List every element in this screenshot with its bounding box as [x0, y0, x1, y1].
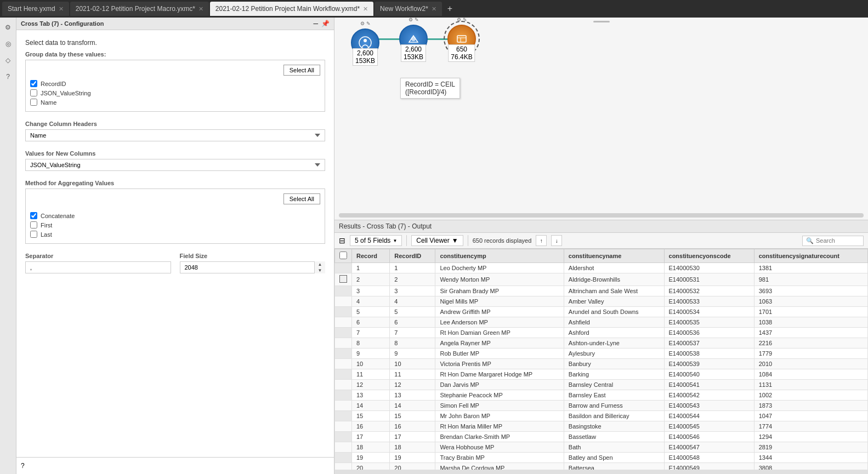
- group-field-2-checkbox[interactable]: [30, 99, 37, 106]
- sidebar-help-icon[interactable]: ?: [3, 71, 14, 82]
- pin-icon[interactable]: 📌: [321, 20, 330, 27]
- group-field-1-label[interactable]: JSON_ValueString: [41, 90, 91, 96]
- cell-data: E14000549: [664, 463, 754, 470]
- bottom-scrollbar[interactable]: [334, 470, 868, 474]
- sidebar-search-icon[interactable]: ◎: [3, 38, 14, 49]
- separator-input[interactable]: [25, 261, 171, 273]
- method-field-2-label[interactable]: Last: [41, 231, 52, 238]
- nav-up-button[interactable]: ↑: [536, 235, 547, 246]
- tab-add-button[interactable]: +: [443, 2, 457, 16]
- search-box: 🔍: [802, 236, 864, 246]
- tab-start-here[interactable]: Start Here.yxmd ✕: [2, 2, 69, 16]
- nav-down-button[interactable]: ↓: [551, 235, 562, 246]
- table-row: 22Wendy Morton MPAldridge-BrownhillsE140…: [335, 273, 868, 286]
- cell-data: Sir Graham Brady MP: [435, 286, 564, 296]
- cell-data: 18: [390, 442, 435, 453]
- table-row: 1919Tracy Brabin MPBatley and SpenE14000…: [335, 453, 868, 463]
- cell-data: 1774: [754, 421, 867, 432]
- group-data-label: Group data by these values:: [25, 51, 325, 58]
- group-field-0-label[interactable]: RecordID: [41, 81, 66, 87]
- cell-record: 15: [352, 411, 390, 421]
- cell-data: 10: [390, 359, 435, 369]
- table-header-row: Record RecordID constituencymp constitue…: [335, 249, 868, 263]
- tab-new-workflow2[interactable]: New Workflow2* ✕: [375, 2, 442, 16]
- sidebar-settings-icon[interactable]: ⚙: [3, 22, 14, 33]
- cell-data: Bassetlaw: [564, 432, 664, 442]
- group-select-all-button[interactable]: Select All: [283, 65, 320, 76]
- tab-close-0[interactable]: ✕: [59, 5, 64, 13]
- cell-data: Rt Hon Dame Margaret Hodge MP: [435, 369, 564, 380]
- row-checkbox-cell: [335, 390, 352, 401]
- fields-button[interactable]: 5 of 5 Fields ▼: [350, 235, 402, 246]
- group-field-0-checkbox[interactable]: [30, 80, 37, 87]
- cell-data: Bath: [564, 442, 664, 453]
- method-field-1-checkbox[interactable]: [30, 221, 37, 229]
- cell-data: 7: [390, 328, 435, 338]
- tab-close-3[interactable]: ✕: [432, 5, 436, 13]
- tab-close-2[interactable]: ✕: [363, 5, 368, 13]
- canvas-scrollbar[interactable]: [339, 213, 864, 218]
- cell-viewer-button[interactable]: Cell Viewer ▼: [411, 235, 463, 246]
- cell-data: 9: [390, 349, 435, 359]
- method-select-all-button[interactable]: Select All: [283, 193, 320, 204]
- method-field-0-label[interactable]: Concatenate: [41, 213, 75, 219]
- method-field-0: Concatenate: [30, 211, 320, 220]
- cell-data: 8: [390, 338, 435, 349]
- workflow-node-1[interactable]: ⚙ ✎ 2,600 153KB: [351, 28, 379, 57]
- cell-record: 18: [352, 442, 390, 453]
- method-field-2-checkbox[interactable]: [30, 231, 37, 238]
- select-all-rows-checkbox[interactable]: [339, 252, 347, 259]
- fieldsize-input[interactable]: [180, 261, 326, 273]
- cell-data: E14000540: [664, 369, 754, 380]
- group-data-area: Select All RecordID JSON_ValueString Nam…: [25, 60, 325, 112]
- change-col-headers-label: Change Column Headers: [25, 121, 325, 127]
- group-field-1-checkbox[interactable]: [30, 89, 37, 96]
- table-row: 1616Rt Hon Maria Miller MPBasingstokeE14…: [335, 421, 868, 432]
- cell-data: 3693: [754, 286, 867, 296]
- main-content: ⚙ ◎ ◇ ? Cross Tab (7) - Configuration ─ …: [0, 18, 868, 474]
- row-checkbox-cell: [335, 442, 352, 453]
- row-selector[interactable]: [339, 275, 347, 283]
- group-field-0: RecordID: [30, 79, 320, 88]
- row-checkbox-cell: [335, 359, 352, 369]
- workflow-node-3[interactable]: ⚙ ✎ 650 76.4KB: [447, 25, 476, 53]
- tab-petition-main[interactable]: 2021-02-12 Petition Project Main Workflo…: [210, 2, 373, 16]
- cell-data: E14000548: [664, 453, 754, 463]
- cell-data: Amber Valley: [564, 296, 664, 307]
- cell-data: E14000537: [664, 338, 754, 349]
- group-field-2-label[interactable]: Name: [41, 99, 56, 106]
- cell-data: 13: [390, 390, 435, 401]
- table-row: 55Andrew Griffith MPArundel and South Do…: [335, 307, 868, 317]
- spinner-up-button[interactable]: ▲: [315, 261, 325, 267]
- workflow-node-2[interactable]: ⚙ ✎ 2,600 153KB: [399, 25, 428, 53]
- connection-2: [427, 38, 449, 40]
- spinner-down-button[interactable]: ▼: [315, 267, 325, 273]
- tooltip-line1: RecordID = CEIL: [405, 81, 455, 88]
- cell-data: 1131: [754, 380, 867, 390]
- method-field-0-checkbox[interactable]: [30, 212, 37, 219]
- cell-data: Batley and Spen: [564, 453, 664, 463]
- results-header: Results - Cross Tab (7) - Output: [334, 220, 868, 233]
- sidebar-tag-icon[interactable]: ◇: [3, 55, 14, 66]
- cell-data: Barnsley Central: [564, 380, 664, 390]
- change-col-headers-select[interactable]: Name RecordID JSON_ValueString: [25, 129, 325, 141]
- table-row: 33Sir Graham Brady MPAltrincham and Sale…: [335, 286, 868, 296]
- table-row: 2020Marsha De Cordova MPBatterseaE140005…: [335, 463, 868, 470]
- method-field-1-label[interactable]: First: [41, 222, 52, 229]
- minimize-icon[interactable]: ─: [313, 20, 318, 27]
- values-new-cols-label: Values for New Columns: [25, 150, 325, 157]
- values-new-cols-select[interactable]: JSON_ValueString Name RecordID: [25, 159, 325, 171]
- tooltip-line2: ([RecordID]/4): [405, 88, 455, 96]
- cell-record: 10: [352, 359, 390, 369]
- footer-help-icon[interactable]: ?: [21, 462, 25, 470]
- cell-data: 14: [390, 401, 435, 411]
- search-input[interactable]: [816, 237, 860, 244]
- tab-close-1[interactable]: ✕: [198, 5, 203, 13]
- cell-data: Basingstoke: [564, 421, 664, 432]
- th-constituencyname: constituencyname: [564, 249, 664, 263]
- tab-petition-macro[interactable]: 2021-02-12 Petition Project Macro.yxmc* …: [70, 2, 209, 16]
- cell-data: E14000535: [664, 317, 754, 328]
- th-recordid: RecordID: [390, 249, 435, 263]
- select-data-label: Select data to transform.: [25, 39, 325, 47]
- columns-icon[interactable]: ⊟: [339, 236, 345, 245]
